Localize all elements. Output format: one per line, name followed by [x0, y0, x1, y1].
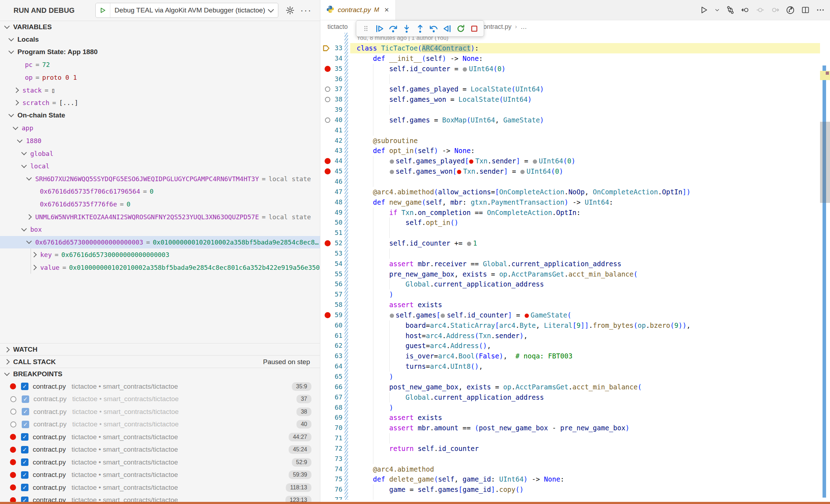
breadcrumb-item-folder[interactable]: tictacto [327, 23, 348, 31]
more-actions-icon[interactable]: ··· [300, 5, 312, 16]
breakpoint-row[interactable]: ✓contract.pytictactoe • smart_contracts/… [0, 431, 320, 443]
variable-row[interactable]: global [0, 147, 320, 160]
line-number[interactable]: 68 [320, 403, 342, 413]
code-text[interactable]: ) [320, 289, 830, 300]
inline-breakpoint-candidate-icon[interactable] [467, 242, 471, 246]
code-text[interactable]: self.games_played[Txn.sender] = UInt64(0… [320, 156, 830, 166]
variable-row[interactable]: op=proto 0 1 [0, 71, 320, 84]
breakpoint-row[interactable]: ✓contract.pytictactoe • smart_contracts/… [0, 469, 320, 482]
line-number[interactable]: 43 [320, 146, 342, 156]
line-number[interactable]: 69 [320, 413, 342, 423]
code-text[interactable]: @arc4.abimethod [320, 464, 830, 474]
breakpoint-checkbox[interactable]: ✓ [22, 421, 29, 428]
line-number[interactable]: 51 [320, 228, 342, 238]
line-number[interactable]: 64 [320, 361, 342, 372]
line-number[interactable]: 63 [320, 351, 342, 361]
breakpoint-checkbox[interactable]: ✓ [22, 408, 29, 415]
code-text[interactable]: pre_new_game_box, exists = op.AcctParams… [320, 269, 830, 279]
line-number[interactable]: 61 [320, 331, 342, 341]
breakpoint-row[interactable]: ✓contract.pytictactoe • smart_contracts/… [0, 405, 320, 418]
open-changes-icon[interactable] [726, 5, 735, 15]
inline-breakpoint-candidate-icon[interactable] [533, 159, 537, 164]
variable-row[interactable]: stack=▯ [0, 84, 320, 96]
code-text[interactable]: assert mbr.amount == (post_new_game_box … [320, 423, 830, 433]
line-number[interactable]: 65 [320, 372, 342, 382]
code-text[interactable]: self.id_counter = UInt64(0) [320, 64, 830, 74]
code-text[interactable]: assert exists [320, 413, 830, 423]
code-text[interactable]: game = self.games[game_id].copy() [320, 484, 830, 495]
previous-change-icon[interactable] [741, 5, 750, 15]
line-number[interactable]: 66 [320, 382, 342, 392]
line-number[interactable]: 37 [320, 84, 342, 94]
code-text[interactable]: def __init__(self) -> None: [320, 53, 830, 64]
line-number[interactable]: 52 [320, 238, 342, 248]
continue-button[interactable] [373, 22, 386, 35]
code-text[interactable]: @subroutine [320, 136, 830, 146]
code-text[interactable]: post_new_game_box, exists = op.AcctParam… [320, 382, 830, 392]
inline-breakpoint-candidate-icon[interactable] [390, 170, 394, 174]
watch-section-header[interactable]: WATCH [0, 343, 320, 356]
line-number[interactable]: 76 [320, 484, 342, 495]
restart-button[interactable] [454, 22, 467, 35]
code-text[interactable]: return self.id_counter [320, 443, 830, 454]
line-number[interactable]: 73 [320, 454, 342, 464]
line-number[interactable]: 54 [320, 259, 342, 269]
start-debugging-icon[interactable] [96, 3, 110, 17]
variable-row[interactable]: app [0, 122, 320, 135]
variable-row[interactable]: box [0, 223, 320, 236]
code-text[interactable]: def new_game(self, mbr: gtxn.PaymentTran… [320, 197, 830, 208]
variable-row[interactable]: scratch=[...] [0, 96, 320, 109]
code-text[interactable]: Global.current_application_address [320, 392, 830, 403]
code-text[interactable]: Global.current_application_address [320, 279, 830, 289]
code-text[interactable]: self.games_won = LocalState(UInt64) [320, 94, 830, 105]
line-number[interactable]: 41 [320, 125, 342, 136]
breakpoint-checkbox[interactable]: ✓ [21, 446, 28, 453]
code-text[interactable]: ) [320, 403, 830, 413]
inline-breakpoint-candidate-icon[interactable] [520, 170, 525, 174]
line-number[interactable]: 35 [320, 64, 342, 74]
code-text[interactable]: def delete_game(self, game_id: UInt64) -… [320, 474, 830, 484]
line-number[interactable]: 70 [320, 423, 342, 433]
variables-section-header[interactable]: VARIABLES [0, 21, 320, 33]
line-number[interactable]: 59 [320, 310, 342, 320]
run-dropdown-icon[interactable] [714, 7, 720, 13]
line-number[interactable]: 46 [320, 177, 342, 187]
gear-icon[interactable] [285, 6, 295, 15]
line-number[interactable]: 47 [320, 187, 342, 197]
scrollbar-thumb[interactable] [820, 122, 830, 203]
code-text[interactable]: self.games_won[Txn.sender] = UInt64(0) [320, 166, 830, 177]
variable-row[interactable]: value=0x010000000102010002a358bf5bada9e2… [0, 261, 320, 274]
line-number[interactable]: 44 [320, 156, 342, 166]
code-text[interactable]: ) [320, 372, 830, 382]
code-editor[interactable]: You, 8 minutes ago | 1 author (You) 33cl… [320, 33, 830, 500]
breakpoint-checkbox[interactable]: ✓ [21, 458, 28, 466]
breakpoint-checkbox[interactable]: ✓ [21, 484, 28, 491]
drag-handle-icon[interactable] [359, 22, 373, 35]
close-icon[interactable]: × [384, 5, 389, 15]
line-number[interactable]: 72 [320, 443, 342, 454]
reverse-continue-button[interactable] [440, 22, 454, 35]
breakpoint-row[interactable]: ✓contract.pytictactoe • smart_contracts/… [0, 443, 320, 456]
variable-row[interactable]: On-chain State [0, 109, 320, 122]
step-into-button[interactable] [400, 22, 413, 35]
more-actions-icon[interactable] [816, 5, 825, 15]
inline-breakpoint-icon[interactable] [469, 159, 473, 164]
line-number[interactable]: 33 [320, 43, 342, 53]
inline-breakpoint-candidate-icon[interactable] [390, 159, 394, 164]
source-control-graph-icon[interactable] [786, 5, 795, 15]
code-text[interactable]: self.id_counter += 1 [320, 238, 830, 248]
split-editor-icon[interactable] [801, 5, 810, 15]
step-out-button[interactable] [413, 22, 427, 35]
variable-row[interactable]: 1880 [0, 135, 320, 147]
code-text[interactable]: self.games_played = LocalState(UInt64) [320, 84, 830, 94]
inline-breakpoint-icon[interactable] [525, 314, 529, 318]
line-number[interactable]: 75 [320, 474, 342, 484]
step-over-button[interactable] [386, 22, 400, 35]
line-number[interactable]: 38 [320, 94, 342, 105]
breakpoints-section-header[interactable]: BREAKPOINTS [0, 368, 320, 380]
line-number[interactable]: 48 [320, 197, 342, 208]
inline-breakpoint-candidate-icon[interactable] [463, 67, 467, 72]
variable-row[interactable]: Program State: App 1880 [0, 46, 320, 59]
line-number[interactable]: 36 [320, 74, 342, 84]
breakpoint-checkbox[interactable]: ✓ [21, 433, 28, 441]
